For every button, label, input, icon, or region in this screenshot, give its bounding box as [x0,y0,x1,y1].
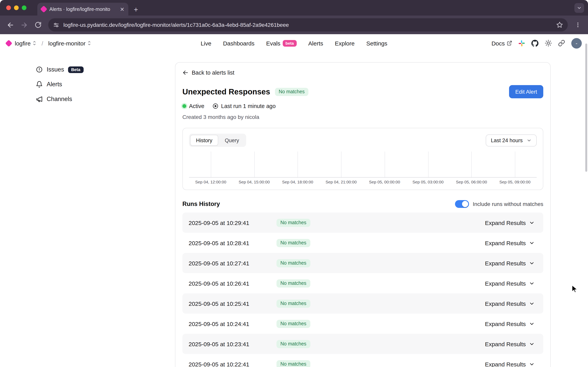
sidebar: Issues Beta Alerts Channels [0,52,171,107]
nav-alerts[interactable]: Alerts [308,40,323,46]
expand-results-button[interactable]: Expand Results [483,219,537,226]
last-run: Last run 1 minute ago [212,103,276,109]
expand-results-button[interactable]: Expand Results [483,300,537,307]
window-controls [6,5,26,10]
include-runs-toggle[interactable] [455,200,469,208]
close-window-button[interactable] [6,5,11,10]
org-selector[interactable]: logfire [15,40,37,46]
github-icon [531,39,539,47]
toggle-label: Include runs without matches [473,201,543,207]
issues-alert-icon [36,66,43,73]
x-tick: Sep 05, 06:00:00 [450,180,493,184]
nav-explore[interactable]: Explore [335,40,355,46]
run-timestamp: 2025-09-05 at 10:26:41 [189,280,271,287]
sidebar-item-alerts[interactable]: Alerts [36,77,171,92]
chevron-down-icon [527,138,532,143]
tab-history[interactable]: History [190,135,218,146]
expand-results-button[interactable]: Expand Results [483,239,537,247]
address-bar[interactable]: logfire-us.pydantic.dev/logfire/logfire-… [48,18,568,32]
run-row: 2025-09-05 at 10:23:41 No matches Expand… [182,334,543,354]
back-to-alerts-link[interactable]: Back to alerts list [182,70,543,76]
run-timestamp: 2025-09-05 at 10:24:41 [189,320,271,327]
time-range-select[interactable]: Last 24 hours [486,134,537,146]
evals-beta-badge: beta [283,40,297,46]
url-text[interactable]: logfire-us.pydantic.dev/logfire/logfire-… [63,22,552,28]
expand-results-label: Expand Results [485,280,526,287]
expand-results-button[interactable]: Expand Results [483,280,537,287]
project-selector[interactable]: logfire-monitor [48,40,91,46]
chevron-down-icon [577,5,582,10]
sun-icon [545,40,552,47]
bookmark-star-icon[interactable] [556,21,563,28]
logfire-logo-icon [5,40,12,47]
theme-toggle-button[interactable] [545,40,552,47]
site-settings-icon[interactable] [53,22,60,28]
nav-explore-label: Explore [335,40,355,46]
x-tick: Sep 04, 15:00:00 [233,180,276,184]
sidebar-item-channels[interactable]: Channels [36,92,171,107]
run-no-matches-badge: No matches [276,279,310,287]
expand-results-button[interactable]: Expand Results [483,360,537,367]
breadcrumb-separator: / [42,40,43,46]
main-nav: Live Dashboards Evalsbeta Alerts Explore… [201,40,387,46]
tab-search-button[interactable] [574,3,584,13]
docs-link[interactable]: Docs [492,40,512,46]
docs-label: Docs [492,40,505,46]
run-timestamp: 2025-09-05 at 10:25:41 [189,300,271,307]
browser-tab-strip: Alerts · logfire/logfire-monito ✕ + [0,0,588,16]
breadcrumb: logfire / logfire-monitor [6,40,91,46]
run-timestamp: 2025-09-05 at 10:29:41 [189,219,271,226]
megaphone-icon [36,96,43,103]
expand-results-button[interactable]: Expand Results [483,259,537,267]
slack-icon [518,40,525,46]
run-no-matches-badge: No matches [276,299,310,308]
chevron-down-icon [529,280,535,286]
expand-results-label: Expand Results [485,320,526,327]
user-avatar[interactable]: - [571,38,582,48]
forward-button[interactable] [18,19,30,31]
expand-results-label: Expand Results [485,240,526,246]
minimize-window-button[interactable] [14,5,19,10]
history-query-tabs: History Query [189,134,246,147]
nav-evals[interactable]: Evalsbeta [266,40,297,46]
new-tab-button[interactable]: + [134,6,138,13]
back-arrow-icon [6,21,14,29]
nav-live[interactable]: Live [201,40,211,46]
expand-results-button[interactable]: Expand Results [483,320,537,327]
slack-button[interactable] [518,40,525,46]
include-runs-toggle-wrap: Include runs without matches [455,200,543,208]
zoom-window-button[interactable] [22,5,26,10]
toggle-knob [462,201,468,207]
tab-close-icon[interactable]: ✕ [120,6,124,12]
chevron-down-icon [529,260,535,266]
run-row: 2025-09-05 at 10:28:41 No matches Expand… [182,233,543,253]
alert-detail-card: Back to alerts list Unexpected Responses… [175,62,551,367]
browser-menu-button[interactable] [572,19,584,31]
edit-alert-button[interactable]: Edit Alert [509,85,543,98]
issues-beta-badge: Beta [68,66,84,73]
nav-dashboards[interactable]: Dashboards [223,40,255,46]
github-button[interactable] [531,39,539,47]
browser-tab[interactable]: Alerts · logfire/logfire-monito ✕ [37,3,128,16]
chart-column [363,151,406,177]
page-title: Unexpected Responses [182,87,270,96]
x-tick: Sep 05, 09:00:00 [493,180,537,184]
share-link-button[interactable] [558,40,565,47]
runs-history-header: Runs History Include runs without matche… [182,200,543,208]
header-actions: Docs - [492,38,582,48]
play-circle-icon [212,103,218,109]
run-no-matches-badge: No matches [276,259,310,267]
nav-settings[interactable]: Settings [366,40,387,46]
mouse-cursor [572,285,579,293]
tab-query[interactable]: Query [219,135,245,146]
run-no-matches-badge: No matches [276,320,310,328]
expand-results-button[interactable]: Expand Results [483,340,537,348]
page-scrollbar[interactable] [585,43,587,172]
back-button[interactable] [4,19,16,31]
run-row: 2025-09-05 at 10:29:41 No matches Expand… [182,213,543,233]
run-row: 2025-09-05 at 10:25:41 No matches Expand… [182,293,543,314]
run-row: 2025-09-05 at 10:26:41 No matches Expand… [182,273,543,293]
history-chart-card: History Query Last 24 hours Sep 0 [182,128,543,190]
reload-button[interactable] [32,19,44,31]
sidebar-item-issues[interactable]: Issues Beta [36,62,171,77]
